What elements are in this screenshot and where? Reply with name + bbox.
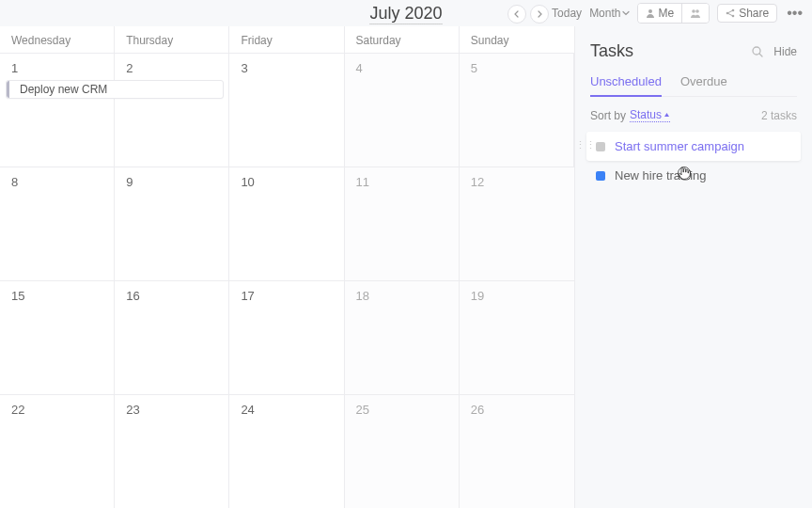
status-box[interactable] xyxy=(596,142,605,151)
tasks-panel: Tasks Hide UnscheduledOverdue Sort by St… xyxy=(575,26,812,508)
status-box[interactable] xyxy=(596,171,605,181)
svg-point-1 xyxy=(692,9,695,13)
caret-up-icon xyxy=(664,112,670,118)
calendar-grid: WednesdayThursdayFridaySaturdaySunday 12… xyxy=(0,26,575,508)
calendar-cell[interactable]: 22 xyxy=(0,395,115,508)
day-header: Friday xyxy=(229,26,344,53)
calendar-cell[interactable]: 4 xyxy=(345,54,460,167)
view-selector[interactable]: Month xyxy=(589,7,630,20)
tab-overdue[interactable]: Overdue xyxy=(680,74,727,96)
calendar-cell[interactable]: 23 xyxy=(115,395,229,508)
tasks-title: Tasks xyxy=(590,41,633,61)
task-name: New hire training xyxy=(615,168,707,183)
calendar-cell[interactable]: 12 xyxy=(460,167,574,280)
calendar-cell[interactable]: 17 xyxy=(229,281,344,394)
calendar-cell[interactable]: 10 xyxy=(229,167,344,280)
prev-button[interactable] xyxy=(508,5,526,24)
calendar-cell[interactable]: 1 xyxy=(0,54,115,167)
people-button[interactable] xyxy=(681,4,709,23)
task-item[interactable]: ⋮⋮Start summer campaign xyxy=(586,132,801,161)
share-button[interactable]: Share xyxy=(717,4,777,23)
chevron-down-icon xyxy=(622,9,630,17)
share-icon xyxy=(726,8,735,18)
calendar-cell[interactable]: 5 xyxy=(460,54,574,167)
calendar-cell[interactable]: 19 xyxy=(460,281,574,394)
share-label: Share xyxy=(739,7,769,20)
sort-prefix: Sort by xyxy=(590,109,626,122)
tab-unscheduled[interactable]: Unscheduled xyxy=(590,74,662,96)
calendar-cell[interactable]: 18 xyxy=(345,281,460,394)
calendar-cell[interactable]: 24 xyxy=(229,395,344,508)
sort-value: Status xyxy=(630,108,662,121)
event-label: Deploy new CRM xyxy=(20,83,107,96)
view-label: Month xyxy=(589,7,620,20)
me-button[interactable]: Me xyxy=(638,4,681,23)
svg-point-2 xyxy=(695,9,699,13)
drag-handle-icon[interactable]: ⋮⋮ xyxy=(575,139,596,151)
next-button[interactable] xyxy=(530,5,549,24)
person-icon xyxy=(646,8,655,18)
sort-selector[interactable]: Status xyxy=(630,108,670,122)
task-name: Start summer campaign xyxy=(615,139,744,153)
calendar-cell[interactable]: 25 xyxy=(345,395,460,508)
people-icon xyxy=(690,8,701,18)
calendar-event[interactable]: Deploy new CRM xyxy=(6,80,224,99)
day-header: Thursday xyxy=(115,26,229,53)
people-filter[interactable]: Me xyxy=(637,3,710,24)
calendar-cell[interactable]: 9 xyxy=(115,167,229,280)
calendar-cell[interactable]: 15 xyxy=(0,281,115,394)
day-header: Sunday xyxy=(460,26,574,53)
svg-point-0 xyxy=(648,9,652,13)
more-menu-button[interactable]: ••• xyxy=(785,5,804,22)
calendar-cell[interactable]: 3 xyxy=(229,54,344,167)
calendar-cell[interactable]: 16 xyxy=(115,281,229,394)
page-title[interactable]: July 2020 xyxy=(369,4,442,24)
calendar-cell[interactable]: 26 xyxy=(460,395,574,508)
task-item[interactable]: ⋮⋮New hire training xyxy=(590,161,797,190)
calendar-cell[interactable]: 11 xyxy=(345,167,460,280)
calendar-cell[interactable]: 2 xyxy=(115,54,229,167)
day-header: Saturday xyxy=(345,26,460,53)
me-label: Me xyxy=(658,7,674,20)
calendar-cell[interactable]: 8 xyxy=(0,167,115,280)
today-button[interactable]: Today xyxy=(552,7,582,20)
day-header: Wednesday xyxy=(0,26,115,53)
search-icon[interactable] xyxy=(751,45,764,58)
hide-button[interactable]: Hide xyxy=(773,45,797,58)
task-count: 2 tasks xyxy=(761,109,797,122)
